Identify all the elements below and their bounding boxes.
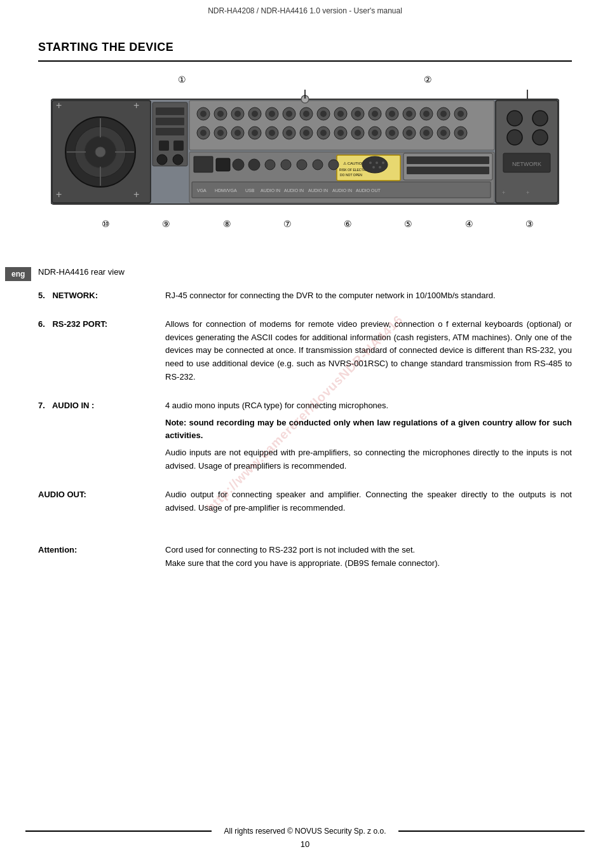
svg-point-50 — [389, 111, 395, 117]
svg-point-43 — [269, 111, 275, 117]
svg-point-128 — [379, 166, 381, 169]
section-network-title: 5. NETWORK: — [38, 289, 165, 300]
device-svg: + + + + — [51, 90, 559, 214]
svg-text:NETWORK: NETWORK — [512, 161, 541, 167]
svg-point-125 — [376, 162, 378, 164]
svg-point-49 — [372, 111, 378, 117]
svg-rect-120 — [407, 156, 489, 164]
svg-point-77 — [303, 130, 309, 136]
svg-point-90 — [507, 130, 522, 145]
attention-section: Attention: Cord used for connecting to R… — [38, 544, 572, 570]
svg-point-82 — [389, 130, 395, 136]
svg-rect-15 — [156, 107, 184, 115]
diagram-num-2: ② — [424, 74, 432, 85]
language-tag: eng — [5, 267, 31, 281]
section-network: 5. NETWORK: RJ-45 connector for connecti… — [38, 289, 572, 307]
svg-point-123 — [362, 156, 388, 173]
svg-text:AUDIO IN: AUDIO IN — [284, 188, 304, 193]
svg-point-44 — [286, 111, 292, 117]
svg-rect-19 — [173, 141, 184, 151]
attention-label: Attention: — [38, 544, 165, 557]
svg-point-118 — [329, 160, 339, 170]
section-audio-in: 7. AUDIO IN : 4 audio mono inputs (RCA t… — [38, 399, 572, 477]
svg-point-72 — [217, 130, 224, 136]
footer-copyright: All rights reserved © NOVUS Security Sp.… — [224, 827, 386, 836]
diagram-num-1: ① — [178, 74, 186, 85]
svg-point-91 — [532, 130, 548, 145]
svg-text:+: + — [56, 189, 62, 200]
svg-point-116 — [297, 160, 307, 170]
svg-point-117 — [313, 160, 323, 170]
svg-point-113 — [248, 159, 260, 170]
section-rs232-title: 6. RS-232 PORT: — [38, 318, 165, 329]
svg-point-127 — [372, 166, 375, 169]
svg-point-41 — [234, 111, 241, 117]
section-rs232-content: Allows for connection of modems for remo… — [165, 318, 572, 388]
svg-text:AUDIO IN: AUDIO IN — [332, 188, 352, 193]
footer-line-row: All rights reserved © NOVUS Security Sp.… — [0, 827, 610, 836]
section-5-label: NETWORK: — [52, 291, 98, 300]
svg-point-83 — [406, 130, 412, 136]
svg-point-124 — [369, 162, 372, 164]
svg-rect-17 — [156, 128, 184, 135]
svg-point-114 — [265, 160, 275, 170]
section-audio-out-text: Audio output for connecting speaker and … — [165, 488, 572, 515]
section-6-label: RS-232 PORT: — [52, 319, 107, 329]
svg-rect-110 — [194, 156, 213, 172]
page-footer: All rights reserved © NOVUS Security Sp.… — [0, 827, 610, 849]
svg-text:USB: USB — [245, 188, 255, 193]
title-divider — [38, 60, 572, 62]
svg-point-40 — [217, 111, 224, 117]
svg-point-45 — [303, 111, 309, 117]
svg-point-21 — [173, 155, 183, 165]
svg-point-85 — [440, 130, 447, 136]
svg-point-80 — [355, 130, 361, 136]
svg-rect-121 — [407, 167, 489, 174]
svg-point-51 — [406, 111, 412, 117]
footer-page-number: 10 — [0, 839, 610, 849]
section-7-num: 7. — [38, 401, 45, 410]
svg-text:VGA: VGA — [197, 188, 207, 193]
diagram-num-8: ⑧ — [223, 219, 231, 229]
header-title: NDR-HA4208 / NDR-HA4416 1.0 version - Us… — [208, 6, 402, 15]
svg-text:+: + — [526, 189, 529, 196]
section-5-num: 5. — [38, 291, 45, 300]
section-7-label: AUDIO IN : — [52, 401, 94, 410]
section-audio-out-content: Audio output for connecting speaker and … — [165, 488, 572, 519]
section-audio-out-title: AUDIO OUT: — [38, 488, 165, 499]
svg-point-88 — [507, 111, 522, 126]
svg-point-76 — [286, 130, 292, 136]
section-audio-in-text2: Note: sound recording may be conducted o… — [165, 417, 572, 443]
svg-point-39 — [200, 111, 207, 117]
svg-rect-16 — [156, 118, 184, 125]
section-audio-out-label: AUDIO OUT: — [38, 490, 86, 499]
svg-text:+: + — [133, 189, 139, 200]
device-rear-view-label: NDR-HA4416 rear view — [38, 267, 572, 277]
svg-point-71 — [200, 130, 207, 136]
svg-point-86 — [458, 130, 464, 136]
footer-line-right — [398, 830, 585, 832]
attention-line1: Cord used for connecting to RS-232 port … — [165, 545, 415, 555]
diagram-num-4: ④ — [465, 219, 473, 229]
svg-text:DO NOT OPEN: DO NOT OPEN — [340, 173, 362, 177]
diagram-num-3: ③ — [525, 219, 534, 229]
svg-point-115 — [281, 160, 291, 170]
svg-text:AUDIO OUT: AUDIO OUT — [356, 188, 381, 193]
section-rs232: 6. RS-232 PORT: Allows for connection of… — [38, 318, 572, 388]
svg-point-54 — [458, 111, 464, 117]
svg-point-47 — [337, 111, 344, 117]
svg-point-78 — [320, 130, 327, 136]
page-title: STARTING THE DEVICE — [38, 41, 572, 54]
svg-text:+: + — [133, 100, 139, 111]
svg-point-89 — [532, 111, 548, 126]
section-audio-in-title: 7. AUDIO IN : — [38, 399, 165, 410]
section-6-num: 6. — [38, 319, 45, 329]
svg-rect-18 — [159, 141, 169, 151]
attention-line2: Make sure that the cord you have is appr… — [165, 558, 440, 568]
diagram-num-9: ⑨ — [162, 219, 170, 229]
footer-line-left — [25, 830, 212, 832]
svg-point-74 — [252, 130, 258, 136]
section-audio-in-text1: 4 audio mono inputs (RCA type) for conne… — [165, 399, 572, 413]
svg-text:+: + — [502, 189, 505, 196]
svg-point-112 — [233, 159, 244, 170]
